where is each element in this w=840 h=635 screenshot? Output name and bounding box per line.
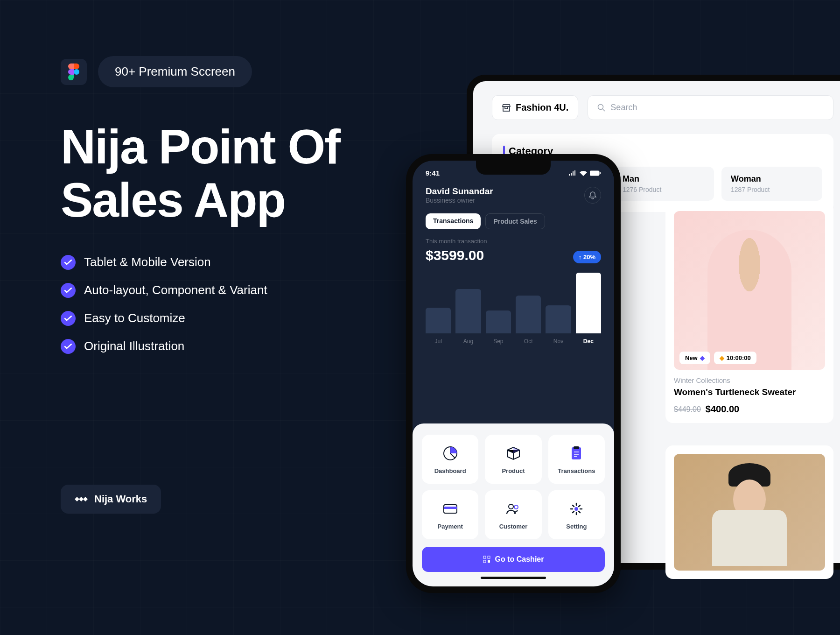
new-badge: New ◆: [679, 352, 710, 364]
feature-label: Original Illustration: [84, 339, 184, 353]
check-icon: [61, 255, 76, 270]
user-info: David Sunandar Bussiness owner: [426, 186, 493, 204]
store-icon: [502, 103, 511, 113]
svg-point-1: [598, 104, 603, 109]
chart-label: Aug: [455, 338, 481, 345]
product-category: Winter Collections: [674, 376, 825, 384]
gear-icon: [567, 500, 586, 518]
feature-label: Easy to Customize: [84, 311, 185, 325]
feature-label: Tablet & Mobile Version: [84, 255, 211, 269]
chart-label: Jul: [426, 338, 451, 345]
title-line-2: Sales App: [61, 173, 285, 227]
chart-bar: [516, 296, 541, 333]
chart-label: Oct: [516, 338, 541, 345]
svg-rect-14: [483, 560, 486, 563]
svg-rect-8: [444, 507, 457, 509]
pie-icon: [441, 444, 460, 463]
menu-label: Payment: [427, 523, 474, 530]
store-selector[interactable]: Fashion 4U.: [492, 95, 578, 120]
category-count: 1276 Product: [623, 186, 705, 193]
svg-rect-3: [600, 172, 601, 174]
status-icons: [568, 169, 601, 177]
menu-label: Transactions: [553, 467, 600, 474]
brand-icon: [75, 494, 88, 504]
svg-point-10: [514, 505, 518, 509]
tab-product-sales[interactable]: Product Sales: [485, 213, 545, 229]
chart-bar: [455, 289, 481, 333]
svg-rect-13: [488, 556, 490, 558]
category-card-man[interactable]: Man 1276 Product: [613, 167, 714, 201]
bell-icon: [588, 191, 597, 199]
category-card-woman[interactable]: Woman 1287 Product: [721, 167, 822, 201]
svg-rect-15: [488, 560, 490, 563]
svg-rect-2: [590, 171, 599, 176]
feature-label: Auto-layout, Component & Variant: [84, 283, 267, 297]
qr-icon: [483, 556, 490, 563]
product-image: [674, 454, 825, 571]
brand-badge: Nija Works: [61, 485, 161, 514]
chart-label: Dec: [576, 338, 601, 345]
menu-customer[interactable]: Customer: [485, 490, 541, 539]
tab-transactions[interactable]: Transactions: [426, 213, 481, 229]
store-name: Fashion 4U.: [516, 102, 568, 113]
menu-payment[interactable]: Payment: [422, 490, 478, 539]
product-name: Women's Turtleneck Sweater: [674, 387, 825, 397]
chart-bar: [426, 308, 451, 333]
category-name: Man: [623, 174, 705, 184]
svg-point-9: [509, 504, 513, 509]
users-icon: [504, 500, 523, 518]
svg-point-0: [74, 69, 79, 75]
category-count: 1287 Product: [731, 186, 813, 193]
chart-bar: [546, 305, 571, 333]
check-icon: [61, 311, 76, 326]
time-badge: ◆ 10:00:00: [714, 352, 756, 364]
category-name: Woman: [731, 174, 813, 184]
stat-value: $3599.00: [426, 247, 487, 263]
card-icon: [441, 500, 460, 518]
chart-label: Nov: [546, 338, 571, 345]
menu-label: Setting: [553, 523, 600, 530]
check-icon: [61, 339, 76, 354]
svg-point-11: [574, 507, 578, 511]
notification-button[interactable]: [584, 187, 601, 204]
cashier-label: Go to Cashier: [495, 555, 544, 564]
menu-label: Customer: [490, 523, 537, 530]
menu-dashboard[interactable]: Dashboard: [422, 435, 478, 484]
product-card[interactable]: New ◆ ◆ 10:00:00 Winter Collections Wome…: [665, 203, 833, 423]
product-image: New ◆ ◆ 10:00:00: [674, 211, 825, 370]
price-new: $400.00: [706, 404, 739, 415]
svg-rect-12: [483, 556, 486, 558]
figma-icon: [61, 59, 87, 85]
menu-label: Dashboard: [427, 467, 474, 474]
product-card[interactable]: [665, 445, 833, 579]
chart-bar-active: [576, 273, 601, 333]
chart-label: Sep: [486, 338, 511, 345]
cashier-button[interactable]: Go to Cashier: [422, 547, 605, 572]
svg-rect-6: [574, 446, 579, 449]
stat-block: This month transaction $3599.00: [426, 238, 487, 263]
stat-change-badge: ↑ 20%: [573, 251, 601, 263]
menu-transactions[interactable]: Transactions: [548, 435, 605, 484]
user-role: Bussiness owner: [426, 197, 493, 204]
home-indicator: [481, 577, 546, 579]
user-name: David Sunandar: [426, 186, 493, 197]
phone-notch: [476, 161, 551, 175]
transaction-chart: [413, 273, 614, 333]
stat-label: This month transaction: [426, 238, 487, 245]
price-old: $449.00: [674, 405, 701, 414]
search-input[interactable]: Search: [588, 95, 833, 120]
status-time: 9:41: [426, 169, 440, 177]
check-icon: [61, 283, 76, 298]
title-line-1: Nija Point Of: [61, 120, 340, 174]
menu-setting[interactable]: Setting: [548, 490, 605, 539]
menu-label: Product: [490, 467, 537, 474]
search-placeholder: Search: [610, 103, 637, 113]
phone-mockup: 9:41 David Sunandar Bussiness owner Tran…: [406, 154, 621, 593]
box-icon: [504, 444, 523, 463]
menu-product[interactable]: Product: [485, 435, 541, 484]
brand-text: Nija Works: [94, 493, 147, 505]
premium-badge: 90+ Premium Sccreen: [98, 56, 252, 87]
chart-bar: [486, 310, 511, 333]
search-icon: [597, 104, 606, 112]
menu-panel: Dashboard Product Transactions Payment C…: [413, 423, 614, 586]
